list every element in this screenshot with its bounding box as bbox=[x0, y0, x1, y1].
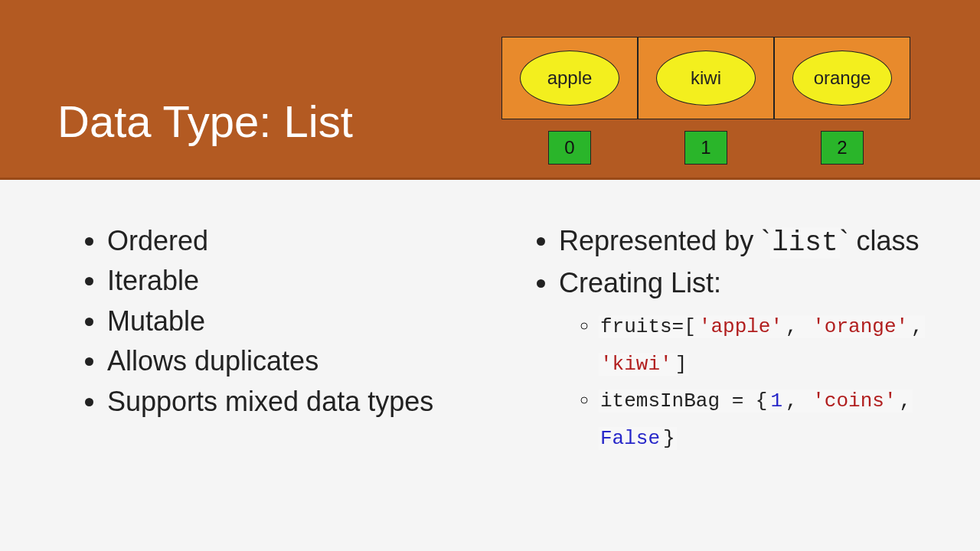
list-item: Creating List: fruits=['apple', 'orange'… bbox=[559, 264, 926, 457]
index-box: 0 bbox=[548, 131, 591, 165]
list-cell: orange bbox=[774, 37, 910, 119]
list-value-ellipse: kiwi bbox=[656, 51, 756, 106]
list-item: Ordered bbox=[107, 222, 475, 260]
code-number: 1 bbox=[769, 390, 784, 412]
list-diagram: apple kiwi orange 0 1 2 bbox=[501, 37, 910, 165]
left-column: Ordered Iterable Mutable Allows duplicat… bbox=[54, 222, 475, 458]
slide-body: Ordered Iterable Mutable Allows duplicat… bbox=[0, 180, 980, 458]
code-token: fruits=[ bbox=[599, 315, 697, 338]
code-token: , bbox=[897, 390, 913, 412]
list-item: Represented by `list` class bbox=[559, 222, 926, 262]
code-token: } bbox=[662, 427, 677, 450]
code-token: , bbox=[910, 315, 925, 338]
list-cell: kiwi bbox=[638, 37, 774, 119]
text: Creating List: bbox=[559, 267, 721, 298]
inline-code: list bbox=[770, 227, 839, 259]
code-string: 'orange' bbox=[811, 315, 910, 338]
list-item: Iterable bbox=[107, 262, 475, 300]
list-item: Supports mixed data types bbox=[107, 383, 475, 421]
list-indices: 0 1 2 bbox=[501, 131, 910, 165]
list-item: Allows duplicates bbox=[107, 342, 475, 380]
list-cells: apple kiwi orange bbox=[501, 37, 910, 119]
list-value-ellipse: apple bbox=[520, 51, 619, 106]
details-list: Represented by `list` class Creating Lis… bbox=[505, 222, 926, 457]
code-token: itemsInBag = { bbox=[599, 390, 769, 412]
code-token: , bbox=[784, 390, 811, 412]
examples-list: fruits=['apple', 'orange', 'kiwi'] items… bbox=[559, 308, 926, 457]
code-string: 'coins' bbox=[811, 390, 897, 412]
text: Represented by ` bbox=[559, 225, 770, 256]
code-example: fruits=['apple', 'orange', 'kiwi'] bbox=[599, 308, 926, 383]
code-keyword: False bbox=[599, 427, 662, 450]
text: ` class bbox=[840, 225, 920, 256]
slide-title: Data Type: List bbox=[57, 96, 353, 147]
list-cell: apple bbox=[501, 37, 638, 119]
code-string: 'apple' bbox=[697, 315, 784, 338]
properties-list: Ordered Iterable Mutable Allows duplicat… bbox=[54, 222, 475, 421]
code-example: itemsInBag = {1, 'coins', False} bbox=[599, 382, 926, 457]
right-column: Represented by `list` class Creating Lis… bbox=[505, 222, 926, 458]
index-box: 1 bbox=[684, 131, 727, 165]
code-token: ] bbox=[674, 353, 689, 376]
code-string: 'kiwi' bbox=[599, 353, 674, 376]
list-item: Mutable bbox=[107, 302, 475, 341]
list-value-ellipse: orange bbox=[792, 51, 892, 106]
index-box: 2 bbox=[821, 131, 864, 165]
slide-header: Data Type: List apple kiwi orange 0 1 2 bbox=[0, 0, 980, 180]
code-token: , bbox=[784, 315, 811, 338]
